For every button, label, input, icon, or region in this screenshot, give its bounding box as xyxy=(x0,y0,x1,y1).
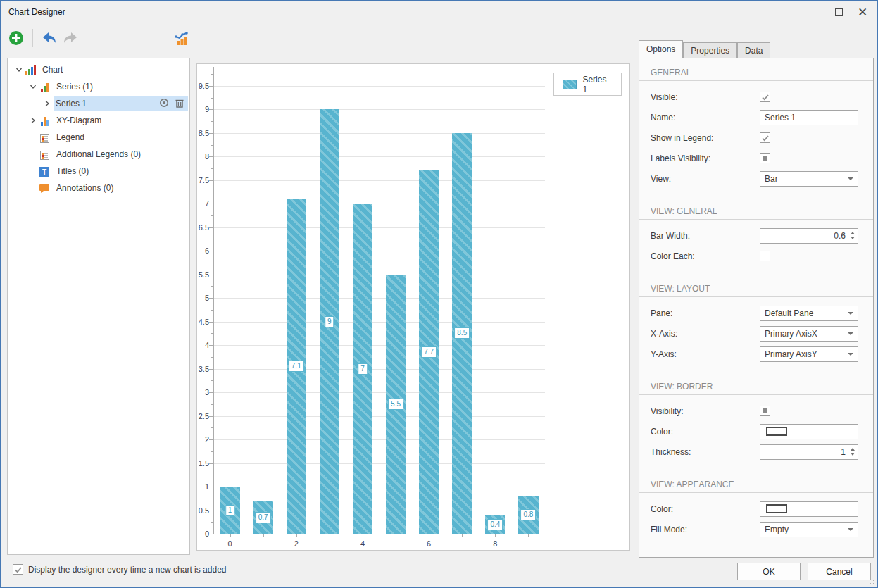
field-label: Labels Visibility: xyxy=(651,154,760,163)
visibility-checkbox[interactable] xyxy=(760,406,770,416)
expander-spacer xyxy=(27,132,39,143)
chart-elements-tree: ChartSeries (1)Series 1XY-DiagramLegendA… xyxy=(7,58,190,555)
tree-item-titles-0[interactable]: TTitles (0) xyxy=(8,163,189,180)
field-control xyxy=(760,153,858,163)
tab-options[interactable]: Options xyxy=(639,40,683,58)
trash-button[interactable] xyxy=(174,97,185,111)
chevron-right-icon[interactable] xyxy=(42,98,53,109)
bar-value-label: 5.5 xyxy=(388,399,403,410)
dropdown-value: Primary AxisY xyxy=(765,349,848,359)
tree-item-label: Series 1 xyxy=(53,99,89,108)
visible-checkbox[interactable] xyxy=(760,92,770,102)
y-axis-minor-tick xyxy=(211,98,213,99)
tree-item-label: Annotations (0) xyxy=(54,183,116,193)
indeterminate-mark xyxy=(763,156,767,161)
tree-item-series-1[interactable]: Series (1) xyxy=(8,78,189,95)
redo-button[interactable] xyxy=(60,27,81,49)
options-panel: GENERALVisible:Name:Series 1Show in Lege… xyxy=(639,58,874,558)
view-dropdown[interactable]: Bar xyxy=(760,171,858,187)
show-in-legend-checkbox[interactable] xyxy=(760,132,770,143)
row-visible: Visible: xyxy=(639,87,873,107)
row-name: Name:Series 1 xyxy=(639,107,873,127)
y-axis-minor-tick xyxy=(211,121,213,122)
gridline xyxy=(213,180,545,181)
gridline xyxy=(213,322,545,323)
gridline xyxy=(213,109,545,110)
y-axis-tick xyxy=(209,487,213,487)
display-designer-checkbox[interactable] xyxy=(13,564,23,575)
tree-item-legend[interactable]: Legend xyxy=(8,129,189,146)
tree-item-additional-legends-0[interactable]: Additional Legends (0) xyxy=(8,146,189,163)
name-input[interactable]: Series 1 xyxy=(760,110,858,125)
series-icon xyxy=(41,82,49,92)
field-control xyxy=(760,406,858,416)
cancel-button[interactable]: Cancel xyxy=(808,563,871,580)
bar-value-label: 0.4 xyxy=(487,519,503,530)
legend-icon xyxy=(40,134,49,143)
gridline xyxy=(213,487,545,487)
field-label: Bar Width: xyxy=(651,231,760,241)
color-color-picker[interactable] xyxy=(760,424,858,439)
toolbar-separator xyxy=(32,29,33,47)
x-axis-tick xyxy=(263,534,264,537)
display-designer-option: Display the designer every time a new ch… xyxy=(13,564,226,575)
options-tab-strip: OptionsPropertiesData xyxy=(639,40,770,58)
tab-properties[interactable]: Properties xyxy=(683,42,737,58)
field-label: Fill Mode: xyxy=(651,525,760,534)
spinner-value: 0.6 xyxy=(765,231,851,241)
chevron-down-icon xyxy=(848,177,853,180)
legend-series-label: Series 1 xyxy=(582,75,613,94)
close-button[interactable]: ✕ xyxy=(847,1,878,23)
section-header: VIEW: BORDER xyxy=(639,380,873,395)
tree-item-series-1[interactable]: Series 1 xyxy=(8,95,189,112)
spinner-buttons[interactable] xyxy=(851,448,855,456)
y-axis-label: 0 xyxy=(182,530,209,538)
tree-item-chart[interactable]: Chart xyxy=(8,61,189,78)
spinner-up-icon xyxy=(851,232,855,234)
ok-button[interactable]: OK xyxy=(737,563,801,580)
chart-legend[interactable]: Series 1 xyxy=(553,73,622,96)
y-axis-label: 2.5 xyxy=(182,412,209,420)
x-axis-dropdown[interactable]: Primary AxisX xyxy=(760,326,858,342)
y-axis-dropdown[interactable]: Primary AxisY xyxy=(760,346,858,362)
thickness-spinner[interactable]: 1 xyxy=(760,444,858,460)
bar-value-label: 0.7 xyxy=(256,512,271,523)
bar-width-spinner[interactable]: 0.6 xyxy=(760,228,858,244)
gridline xyxy=(213,227,545,228)
color-each-checkbox[interactable] xyxy=(760,251,770,261)
spinner-buttons[interactable] xyxy=(851,232,855,239)
y-axis-minor-tick xyxy=(211,74,213,75)
tree-item-xy-diagram[interactable]: XY-Diagram xyxy=(8,112,189,129)
y-axis-minor-tick xyxy=(211,333,213,334)
y-axis-label: 6 xyxy=(182,246,209,255)
check-icon xyxy=(761,134,770,142)
spinner-down-icon xyxy=(851,237,855,239)
resize-grip[interactable] xyxy=(866,576,874,584)
chevron-down-icon xyxy=(848,353,853,356)
add-chart-element-button[interactable] xyxy=(6,27,27,49)
chevron-down-icon xyxy=(848,312,853,315)
chevron-down-icon xyxy=(15,66,23,73)
field-label: Color Each: xyxy=(651,251,760,261)
y-axis-minor-tick xyxy=(211,475,213,475)
color-color-picker[interactable] xyxy=(760,501,858,517)
chevron-down-icon[interactable] xyxy=(27,81,39,92)
chevron-right-icon[interactable] xyxy=(27,115,39,126)
chevron-down-icon[interactable] xyxy=(13,64,25,75)
pane-dropdown[interactable]: Default Pane xyxy=(760,306,858,321)
section-view-border: VIEW: BORDERVisibility:Color:Thickness:1 xyxy=(639,380,873,462)
legend-icon xyxy=(39,132,50,143)
bar-value-label: 1 xyxy=(225,505,235,516)
eye-button[interactable] xyxy=(158,97,170,111)
y-axis-tick xyxy=(209,109,213,110)
fill-mode-dropdown[interactable]: Empty xyxy=(760,522,858,537)
bar-value-label: 7.1 xyxy=(289,361,304,372)
chart-icon xyxy=(25,65,36,75)
labels-visibility-checkbox[interactable] xyxy=(760,153,770,163)
tab-data[interactable]: Data xyxy=(737,42,770,58)
tree-item-annotations-0[interactable]: Annotations (0) xyxy=(8,180,189,196)
y-axis-tick xyxy=(209,416,213,417)
undo-button[interactable] xyxy=(39,27,60,49)
color-swatch xyxy=(766,427,787,436)
change-chart-type-button[interactable] xyxy=(171,27,192,49)
